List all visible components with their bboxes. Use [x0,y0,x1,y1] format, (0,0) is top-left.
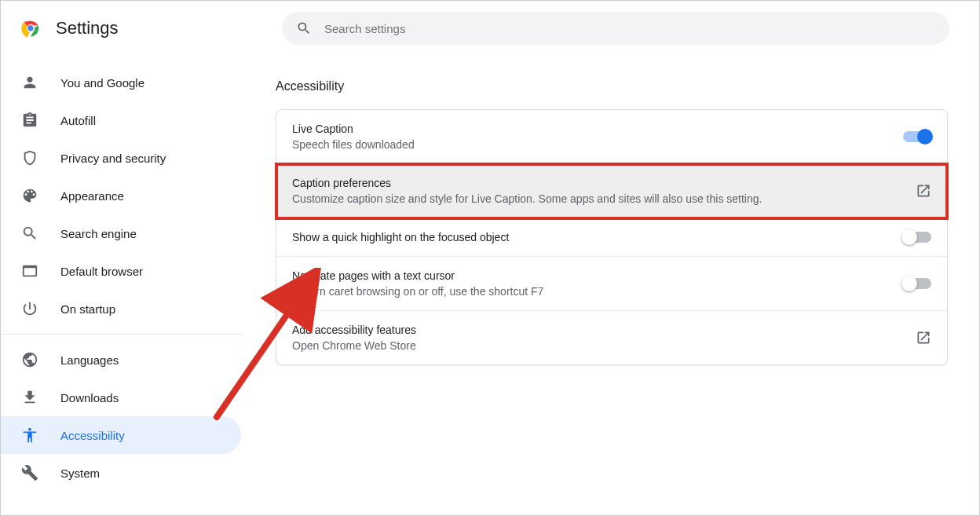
nav-label: Privacy and security [60,152,166,165]
nav-label: Default browser [60,265,143,278]
nav-label: Languages [60,353,119,367]
row-title: Live Caption [292,123,894,135]
row-live-caption: Live Caption Speech files downloaded [276,110,947,164]
search-input[interactable] [324,22,935,35]
globe-icon [21,351,38,368]
power-icon [21,300,38,317]
nav-autofill[interactable]: Autofill [1,101,241,139]
row-caption-preferences[interactable]: Caption preferences Customize caption si… [276,164,947,218]
sidebar-divider [1,334,244,335]
clipboard-icon [21,112,38,129]
focus-highlight-toggle[interactable] [903,232,931,243]
row-title: Caption preferences [292,177,906,189]
live-caption-toggle[interactable] [903,131,931,142]
nav-you-and-google[interactable]: You and Google [1,64,241,101]
open-external-icon [916,183,931,199]
nav-search-engine[interactable]: Search engine [1,214,241,252]
search-icon [296,20,312,36]
nav-default-browser[interactable]: Default browser [1,252,241,290]
browser-icon [21,262,38,280]
wrench-icon [21,464,38,481]
nav-label: You and Google [60,76,144,90]
nav-label: Search engine [60,227,137,240]
svg-point-1 [28,26,33,31]
nav-label: Appearance [60,189,124,203]
accessibility-icon [21,426,38,444]
chrome-logo-icon [20,17,42,39]
app-header: Settings [1,1,979,56]
row-focus-highlight: Show a quick highlight on the focused ob… [276,218,947,257]
nav-accessibility[interactable]: Accessibility [1,416,241,454]
nav-label: Autofill [60,114,96,127]
nav-downloads[interactable]: Downloads [1,379,241,416]
palette-icon [21,187,38,204]
main-content: Accessibility Live Caption Speech files … [244,56,979,515]
nav-system[interactable]: System [1,454,241,492]
nav-label: Accessibility [60,429,125,442]
row-title: Show a quick highlight on the focused ob… [292,231,894,243]
row-title: Navigate pages with a text cursor [292,269,894,282]
caret-toggle[interactable] [903,278,931,289]
app-title: Settings [56,18,268,38]
nav-appearance[interactable]: Appearance [1,177,241,214]
nav-privacy[interactable]: Privacy and security [1,139,241,177]
nav-label: Downloads [60,391,119,404]
row-add-features[interactable]: Add accessibility features Open Chrome W… [276,311,947,364]
page-heading: Accessibility [276,79,948,93]
row-sub: To turn caret browsing on or off, use th… [292,285,894,298]
search-settings[interactable] [282,12,949,45]
nav-languages[interactable]: Languages [1,341,241,379]
row-caret-browsing: Navigate pages with a text cursor To tur… [276,257,947,311]
settings-card: Live Caption Speech files downloaded Cap… [276,109,948,365]
shield-icon [21,149,38,167]
nav-label: System [60,467,100,480]
row-sub: Speech files downloaded [292,138,894,151]
download-icon [21,389,38,406]
open-external-icon [916,330,931,346]
person-icon [21,74,38,91]
nav-label: On startup [60,302,115,316]
row-sub: Open Chrome Web Store [292,339,906,352]
nav-on-startup[interactable]: On startup [1,290,241,328]
row-title: Add accessibility features [292,324,906,336]
sidebar: You and Google Autofill Privacy and secu… [1,56,244,515]
row-sub: Customize caption size and style for Liv… [292,192,906,205]
magnify-icon [21,225,38,242]
